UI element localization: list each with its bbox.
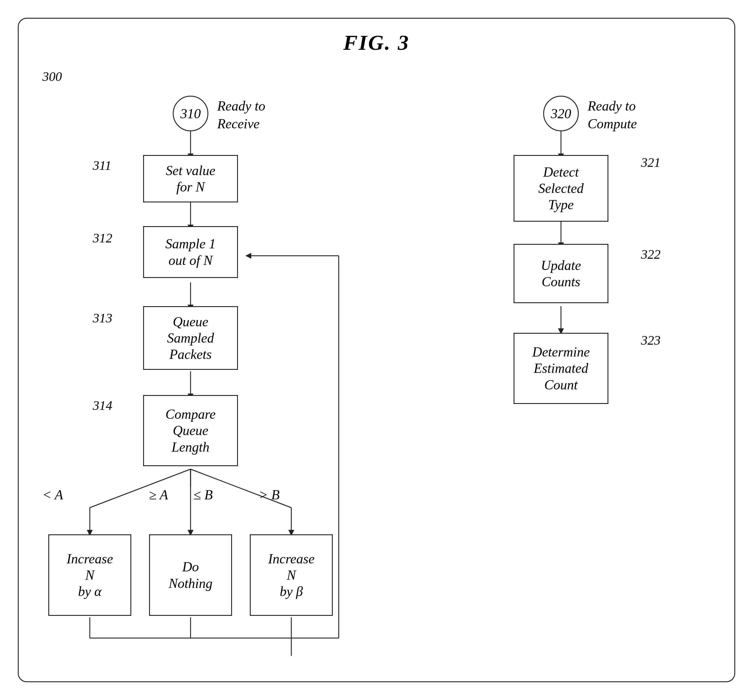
num-322: 322: [641, 247, 661, 262]
branch-label-less-a: < A: [42, 487, 63, 503]
box-detect: DetectSelectedType: [514, 155, 608, 222]
num-321: 321: [641, 155, 661, 170]
svg-marker-26: [245, 253, 251, 259]
branch-label-geq-a: ≥ A: [149, 487, 168, 503]
box-determine: DetermineEstimatedCount: [514, 333, 608, 404]
branch-label-leq-b: ≤ B: [194, 487, 213, 503]
box-set-value: Set valuefor N: [143, 155, 238, 202]
diagram-container: FIG. 3 300: [18, 18, 735, 682]
box-increase-n-beta: IncreaseNby β: [250, 534, 333, 616]
diagram-number: 300: [42, 69, 62, 84]
box-sample: Sample 1out of N: [143, 226, 238, 278]
box-queue: QueueSampledPackets: [143, 306, 238, 370]
box-compare: CompareQueueLength: [143, 395, 238, 466]
circle-310: 310: [173, 96, 208, 131]
ready-to-receive-label: Ready toReceive: [217, 97, 265, 133]
box-increase-n-alpha: IncreaseNby α: [48, 534, 131, 616]
figure-title: FIG. 3: [343, 31, 409, 55]
num-311: 311: [93, 158, 111, 173]
branch-label-gt-b: > B: [259, 487, 280, 503]
num-323: 323: [641, 333, 661, 348]
box-update-counts: UpdateCounts: [514, 244, 608, 303]
box-do-nothing: DoNothing: [149, 534, 232, 616]
svg-line-9: [90, 469, 191, 508]
num-312: 312: [93, 231, 112, 246]
circle-320: 320: [543, 96, 579, 131]
ready-to-compute-label: Ready toCompute: [587, 97, 637, 133]
num-313: 313: [93, 311, 112, 326]
num-314: 314: [93, 398, 112, 413]
